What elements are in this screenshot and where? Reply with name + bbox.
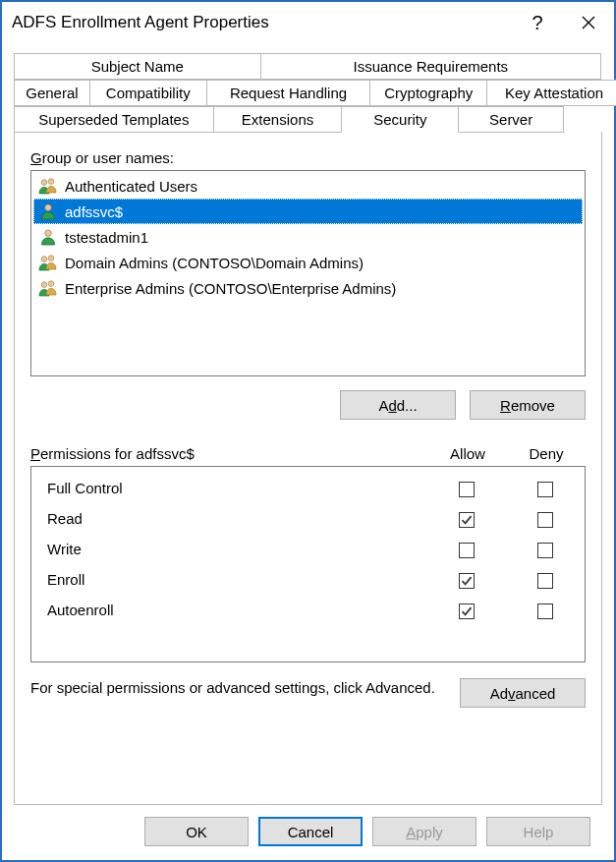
permission-name: Autoenroll (47, 602, 427, 618)
allow-checkbox[interactable] (459, 543, 475, 558)
users-icon (37, 177, 59, 195)
list-item-label: tstestadmin1 (65, 229, 148, 246)
svg-point-5 (48, 256, 54, 261)
title-bar: ADFS Enrollment Agent Properties ? (2, 2, 614, 43)
window-title: ADFS Enrollment Agent Properties (12, 13, 512, 32)
dialog-button-bar: OK Cancel Apply Help (14, 805, 602, 846)
dialog-window: ADFS Enrollment Agent Properties ? Subje… (0, 0, 616, 862)
users-icon (37, 279, 59, 297)
tab-superseded-templates[interactable]: Superseded Templates (14, 106, 214, 133)
add-remove-row: Add... Remove (30, 390, 586, 420)
close-button[interactable] (563, 4, 614, 41)
help-button[interactable]: ? (512, 4, 563, 41)
remove-button[interactable]: Remove (470, 390, 586, 420)
tab-request-handling[interactable]: Request Handling (206, 80, 371, 106)
users-icon (37, 254, 59, 271)
advanced-help-text: For special permissions or advanced sett… (30, 678, 450, 698)
tab-subject-name[interactable]: Subject Name (14, 53, 261, 80)
list-item[interactable]: adfssvc$ (33, 199, 583, 224)
permission-row: Autoenroll (31, 595, 585, 625)
permission-row: Write (31, 534, 585, 564)
cancel-button[interactable]: Cancel (258, 817, 363, 846)
permission-name: Enroll (47, 571, 427, 588)
list-item-label: adfssvc$ (65, 203, 123, 220)
tab-cryptography[interactable]: Cryptography (369, 80, 487, 106)
svg-point-3 (45, 230, 51, 236)
tab-key-attestation[interactable]: Key Attestation (486, 80, 616, 106)
tab-issuance-requirements[interactable]: Issuance Requirements (260, 53, 601, 80)
svg-point-4 (41, 257, 47, 262)
tabstrip: Subject NameIssuance Requirements Genera… (14, 53, 602, 133)
svg-point-6 (41, 282, 47, 288)
tab-server[interactable]: Server (458, 106, 564, 133)
column-allow: Allow (428, 445, 507, 462)
help-icon: ? (532, 12, 542, 34)
tab-body-security: Group or user names: Authenticated Users… (14, 132, 602, 805)
permission-row: Enroll (31, 564, 585, 595)
user-icon (37, 228, 59, 246)
deny-checkbox[interactable] (537, 512, 553, 528)
tab-extensions[interactable]: Extensions (213, 106, 343, 133)
list-item[interactable]: Enterprise Admins (CONTOSO\Enterprise Ad… (33, 275, 583, 301)
svg-point-7 (48, 281, 54, 287)
permission-row: Full Control (31, 473, 585, 503)
svg-point-0 (41, 180, 47, 186)
list-item[interactable]: tstestadmin1 (33, 224, 583, 250)
tab-row-2: GeneralCompatibilityRequest HandlingCryp… (14, 80, 602, 106)
list-item-label: Enterprise Admins (CONTOSO\Enterprise Ad… (65, 280, 396, 297)
permissions-for-label: Permissions for adfssvc$ (30, 445, 428, 462)
permissions-list: Full ControlReadWriteEnrollAutoenroll (30, 466, 586, 662)
column-deny: Deny (507, 445, 586, 462)
tab-row-3: Superseded TemplatesExtensionsSecuritySe… (14, 106, 602, 133)
permission-name: Write (47, 541, 427, 557)
deny-checkbox[interactable] (537, 543, 553, 558)
tab-compatibility[interactable]: Compatibility (89, 80, 207, 106)
allow-checkbox[interactable] (459, 573, 475, 589)
svg-point-1 (48, 179, 54, 185)
deny-checkbox[interactable] (537, 603, 553, 619)
permission-row: Read (31, 503, 585, 534)
advanced-button[interactable]: Advanced (460, 678, 586, 708)
permission-name: Read (47, 510, 427, 527)
permissions-header: Permissions for adfssvc$ Allow Deny (30, 445, 586, 462)
tab-general[interactable]: General (14, 80, 90, 106)
client-area: Subject NameIssuance Requirements Genera… (2, 43, 614, 860)
help-dialog-button[interactable]: Help (486, 817, 590, 846)
ok-button[interactable]: OK (144, 817, 249, 846)
user-icon (37, 202, 59, 220)
group-or-user-names-label: Group or user names: (30, 149, 586, 166)
list-item[interactable]: Domain Admins (CONTOSO\Domain Admins) (33, 250, 583, 275)
allow-checkbox[interactable] (459, 482, 475, 497)
apply-button[interactable]: Apply (372, 817, 476, 846)
group-or-user-names-list[interactable]: Authenticated Usersadfssvc$tstestadmin1D… (30, 170, 586, 376)
list-item-label: Domain Admins (CONTOSO\Domain Admins) (65, 255, 364, 271)
tab-security[interactable]: Security (341, 106, 459, 133)
add-button[interactable]: Add... (340, 390, 456, 420)
list-item-label: Authenticated Users (65, 178, 197, 195)
list-item[interactable]: Authenticated Users (33, 173, 583, 199)
close-icon (582, 16, 595, 29)
advanced-area: For special permissions or advanced sett… (30, 678, 586, 708)
deny-checkbox[interactable] (537, 573, 553, 589)
allow-checkbox[interactable] (459, 603, 475, 619)
tab-row-1: Subject NameIssuance Requirements (14, 53, 602, 80)
permission-name: Full Control (47, 480, 427, 496)
deny-checkbox[interactable] (537, 482, 553, 497)
allow-checkbox[interactable] (459, 512, 475, 528)
svg-point-2 (45, 204, 51, 210)
